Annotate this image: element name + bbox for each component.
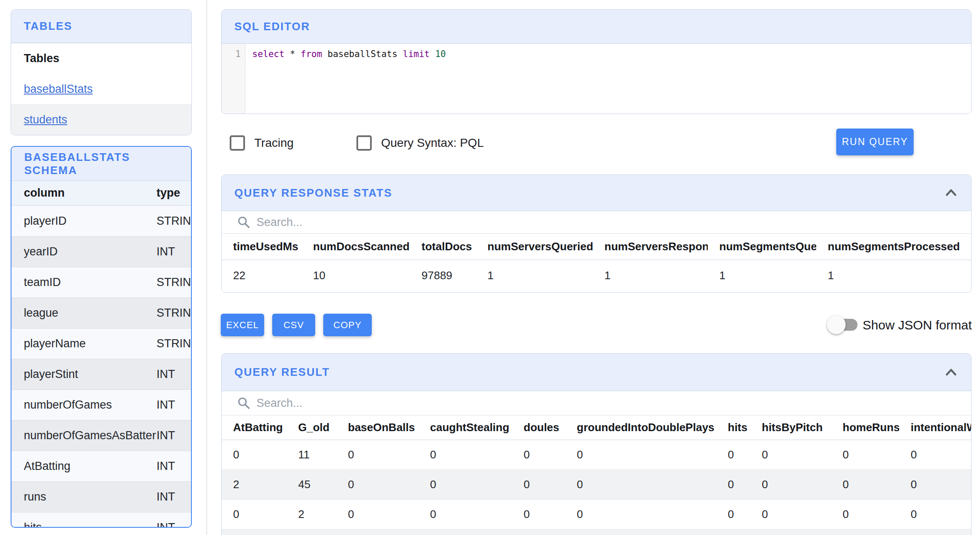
tables-column-header: Tables (11, 43, 191, 74)
stats-cell-value: 1 (708, 269, 816, 282)
schema-row: playerNameSTRING (11, 328, 191, 359)
schema-row: playerIDSTRING (11, 206, 191, 236)
result-cell-value: 0 (831, 478, 899, 491)
result-cell-value: 0 (565, 478, 716, 491)
result-cell-value: 0 (565, 508, 716, 521)
result-cell-value: 0 (831, 508, 899, 521)
result-col-header: hits (716, 421, 750, 434)
search-icon (237, 396, 251, 410)
editor-gutter: 1 (222, 44, 245, 114)
stats-cell-value: 1 (593, 269, 708, 282)
schema-column-name: hits (11, 521, 157, 528)
result-cell-value: 0 (716, 448, 750, 461)
result-table-row: 01100000000 (222, 440, 971, 470)
result-table-partial-row (222, 529, 971, 535)
schema-row: playerStintINT (11, 359, 191, 389)
collapse-stats-chevron-up-icon[interactable] (944, 187, 958, 199)
sql-editor-title: SQL EDITOR (234, 20, 310, 33)
result-search-input[interactable] (256, 397, 956, 410)
table-link-baseballstats[interactable]: baseballStats (24, 83, 93, 96)
result-cell-value: 0 (336, 448, 419, 461)
pql-syntax-checkbox[interactable] (356, 135, 372, 151)
schema-row: runsINT (11, 481, 191, 512)
table-link-students[interactable]: students (24, 113, 67, 126)
result-cell-value: 0 (750, 478, 831, 491)
schema-column-name: playerID (11, 215, 157, 228)
schema-column-type: INT (157, 521, 191, 528)
stats-cell-value: 10 (302, 269, 410, 282)
schema-panel-header: BASEBALLSTATS SCHEMA (11, 147, 191, 181)
result-col-header: groundedIntoDoublePlays (565, 421, 716, 434)
schema-column-type: INT (157, 429, 191, 442)
show-json-label: Show JSON format (863, 314, 972, 337)
copy-button[interactable]: COPY (323, 314, 372, 336)
schema-row: teamIDSTRING (11, 267, 191, 298)
excel-button[interactable]: EXCEL (221, 314, 264, 336)
stats-search-input[interactable] (256, 216, 956, 229)
result-col-header: intentionalWalks (899, 421, 971, 434)
schema-column-type: STRING (157, 276, 191, 289)
stats-col-header: numSegmentsProcessed (816, 240, 971, 253)
csv-button[interactable]: CSV (272, 314, 315, 336)
tracing-label: Tracing (254, 135, 293, 151)
schema-column-name: teamID (11, 276, 157, 289)
schema-column-name: yearID (11, 245, 157, 258)
result-table-header-row: AtBattingG_oldbaseOnBallscaughtStealingd… (222, 415, 971, 440)
show-json-toggle-knob[interactable] (827, 315, 846, 334)
schema-column-type: INT (157, 368, 191, 381)
schema-row: leagueSTRING (11, 298, 191, 328)
result-cell-value: 0 (222, 508, 287, 521)
result-cell-value: 0 (419, 508, 512, 521)
result-cell-value: 0 (512, 478, 565, 491)
line-number: 1 (235, 49, 241, 59)
schema-row: numberOfGamesAsBatterINT (11, 420, 191, 451)
schema-column-type: STRING (157, 306, 191, 320)
schema-row: hitsINT (11, 512, 191, 528)
search-icon (237, 215, 251, 229)
sql-editor-header: SQL EDITOR (222, 10, 971, 44)
baseballstats-schema-panel: BASEBALLSTATS SCHEMA column type playerI… (11, 146, 192, 528)
stats-col-header: numServersQueried (476, 240, 593, 253)
result-col-header: homeRuns (831, 421, 899, 434)
stats-cell-value: 22 (222, 269, 302, 282)
schema-column-name: runs (11, 490, 157, 504)
stats-col-header: numServersResponded (593, 240, 708, 253)
stats-panel-title: QUERY RESPONSE STATS (234, 186, 392, 200)
schema-type-header: type (157, 186, 191, 200)
result-cell-value: 0 (899, 508, 971, 521)
stats-col-header: numDocsScanned (302, 240, 410, 253)
result-cell-value: 0 (899, 478, 971, 491)
result-cell-value: 0 (750, 508, 831, 521)
stats-search-row (222, 211, 971, 234)
tables-panel: TABLES Tables baseballStatsstudents (11, 9, 192, 135)
schema-column-name: playerName (11, 337, 157, 350)
sql-token-number: 10 (430, 49, 446, 59)
stats-col-header: timeUsedMs (222, 240, 302, 253)
stats-table-header-row: timeUsedMsnumDocsScannedtotalDocsnumServ… (222, 234, 971, 260)
schema-row: yearIDINT (11, 236, 191, 267)
result-panel-header: QUERY RESULT (222, 354, 971, 391)
result-col-header: baseOnBalls (336, 421, 419, 434)
run-query-button[interactable]: RUN QUERY (836, 129, 914, 155)
tables-column-header-label: Tables (24, 52, 60, 65)
schema-column-name: AtBatting (11, 460, 157, 473)
schema-column-type: STRING (157, 337, 191, 350)
schema-column-name: league (11, 306, 157, 320)
result-cell-value: 11 (287, 448, 336, 461)
tracing-checkbox[interactable] (230, 135, 245, 151)
result-cell-value: 0 (716, 508, 750, 521)
schema-panel-title: BASEBALLSTATS SCHEMA (24, 151, 178, 177)
table-list-item: baseballStats (11, 74, 191, 104)
sql-query-text[interactable]: select * from baseballStats limit 10 (252, 49, 446, 59)
result-panel-title: QUERY RESULT (234, 366, 330, 379)
schema-table-header: column type (11, 181, 191, 206)
result-col-header: doules (512, 421, 565, 434)
collapse-result-chevron-up-icon[interactable] (944, 366, 958, 378)
table-list-item: students (11, 104, 191, 135)
sql-editor-panel: SQL EDITOR 1 select * from baseballStats… (221, 9, 971, 114)
sql-code-editor[interactable]: 1 select * from baseballStats limit 10 (222, 44, 971, 114)
result-table-row: 0200000000 (222, 500, 971, 529)
tables-panel-header: TABLES (11, 10, 191, 43)
result-cell-value: 0 (419, 448, 512, 461)
sql-token-plain: baseballStats (322, 49, 403, 59)
